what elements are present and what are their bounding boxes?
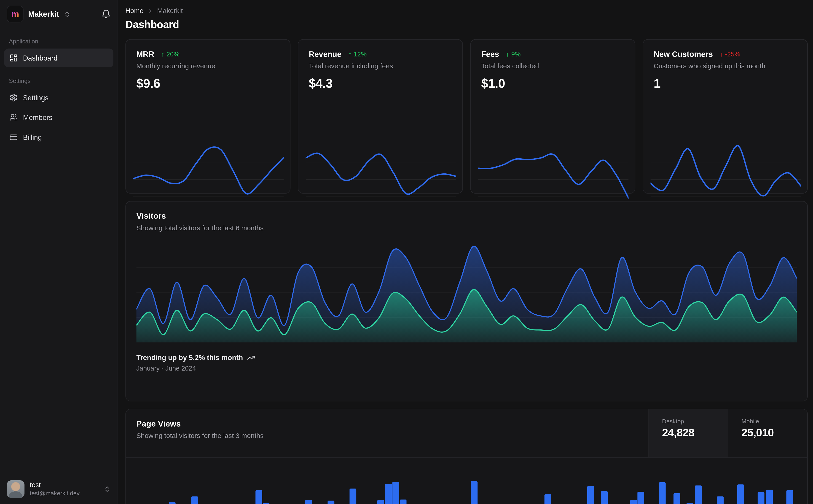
visitors-footer: Trending up by 5.2% this month January -… <box>136 354 797 372</box>
toggle-desktop[interactable]: Desktop 24,828 <box>648 409 728 457</box>
bar <box>630 500 637 504</box>
sidebar: m Makerkit Application Dashboard Setting… <box>0 0 118 504</box>
sidebar-nav-application: Dashboard <box>0 48 117 67</box>
sidebar-item-settings[interactable]: Settings <box>4 88 113 107</box>
toggle-label: Desktop <box>662 418 728 424</box>
stat-value: $4.3 <box>309 76 452 91</box>
chevron-right-icon <box>147 8 153 14</box>
stat-card-fees: Fees ↑9% Total fees collected $1.0 July … <box>470 39 635 194</box>
trend-badge: ↑12% <box>348 50 367 58</box>
toggle-value: 24,828 <box>662 427 728 439</box>
bar <box>305 500 312 504</box>
bar <box>191 496 198 504</box>
visitors-subtitle: Showing total visitors for the last 6 mo… <box>136 224 797 232</box>
stat-title: Revenue <box>309 50 341 58</box>
page-views-card: Page Views Showing total visitors for th… <box>125 409 808 504</box>
bar <box>471 481 477 504</box>
bar <box>392 482 399 504</box>
new-customers-sparkline-chart: July 24September 24December 24 <box>651 139 801 205</box>
users-icon <box>9 113 18 122</box>
trend-badge: ↓-25% <box>720 50 740 58</box>
fees-sparkline-chart: July 24September 24December 24 <box>478 139 629 205</box>
bar <box>400 499 407 504</box>
bar <box>757 492 764 504</box>
bar <box>717 496 724 504</box>
sidebar-section-settings: Settings <box>0 78 117 84</box>
bar <box>377 500 384 504</box>
sidebar-item-billing[interactable]: Billing <box>4 128 113 147</box>
stat-card-revenue: Revenue ↑12% Total revenue including fee… <box>298 39 463 194</box>
sidebar-item-label: Dashboard <box>23 54 58 62</box>
stat-card-new-customers: New Customers ↓-25% Customers who signed… <box>643 39 808 194</box>
stat-title: MRR <box>136 50 154 58</box>
user-menu[interactable]: test test@makerkit.dev <box>0 474 117 504</box>
bar <box>638 492 645 504</box>
bell-icon[interactable] <box>101 9 111 19</box>
stat-subtitle: Total revenue including fees <box>309 62 452 70</box>
page-views-header: Page Views Showing total visitors for th… <box>126 409 807 458</box>
breadcrumb-home-link[interactable]: Home <box>125 7 143 15</box>
bar <box>169 502 175 504</box>
bar <box>587 486 594 504</box>
stat-title: New Customers <box>654 50 713 58</box>
mrr-sparkline-chart: July 24September 24December 24 <box>133 139 284 205</box>
bar <box>263 503 270 504</box>
visitors-date-range: January - June 2024 <box>136 365 797 372</box>
stat-value: $9.6 <box>136 76 280 91</box>
sidebar-item-label: Billing <box>23 133 42 141</box>
stat-subtitle: Monthly recurring revenue <box>136 62 280 70</box>
trending-up-icon <box>247 354 255 362</box>
toggle-value: 25,010 <box>741 427 807 439</box>
visitors-area-chart <box>136 242 797 342</box>
main-content: Home Makerkit Dashboard MRR ↑20% Monthly… <box>118 0 813 504</box>
sidebar-nav-settings: Settings Members Billing <box>0 88 117 147</box>
bar <box>544 494 551 504</box>
bar <box>659 482 666 504</box>
toggle-label: Mobile <box>741 418 807 424</box>
breadcrumb: Home Makerkit <box>125 7 808 15</box>
sidebar-item-dashboard[interactable]: Dashboard <box>4 48 113 67</box>
toggle-mobile[interactable]: Mobile 25,010 <box>728 409 807 457</box>
trend-up-icon: ↑ <box>348 50 352 58</box>
stat-subtitle: Total fees collected <box>481 62 624 70</box>
bar <box>601 491 607 504</box>
page-views-subtitle: Showing total visitors for the last 3 mo… <box>136 432 638 439</box>
visitors-title: Visitors <box>136 211 797 221</box>
stat-title: Fees <box>481 50 499 58</box>
sidebar-item-members[interactable]: Members <box>4 108 113 127</box>
workspace-name: Makerkit <box>28 10 59 18</box>
bar <box>349 488 356 504</box>
visitors-card: Visitors Showing total visitors for the … <box>125 201 808 401</box>
bar <box>737 484 744 504</box>
workspace-switcher[interactable]: m Makerkit <box>0 0 117 28</box>
user-name: test <box>30 481 98 490</box>
credit-card-icon <box>9 133 18 142</box>
trend-up-icon: ↑ <box>161 50 164 58</box>
bar <box>328 501 335 504</box>
dashboard-icon <box>9 54 18 62</box>
bar <box>687 503 694 504</box>
avatar <box>7 480 25 498</box>
chevrons-up-down-icon <box>64 11 70 18</box>
stat-cards-row: MRR ↑20% Monthly recurring revenue $9.6 … <box>125 39 808 194</box>
stat-value: $1.0 <box>481 76 624 91</box>
chevrons-up-down-icon <box>103 485 111 493</box>
breadcrumb-current: Makerkit <box>157 7 183 15</box>
bar <box>674 493 681 504</box>
sidebar-section-application: Application <box>0 38 117 44</box>
trend-badge: ↑9% <box>506 50 521 58</box>
bar <box>385 484 392 504</box>
stat-subtitle: Customers who signed up this month <box>654 62 797 70</box>
sidebar-item-label: Members <box>23 114 53 121</box>
bar <box>766 490 773 504</box>
bar <box>695 485 702 504</box>
gear-icon <box>9 93 18 102</box>
makerkit-logo: m <box>7 6 24 22</box>
dashboard-page: m Makerkit Application Dashboard Setting… <box>0 0 813 504</box>
trend-up-icon: ↑ <box>506 50 509 58</box>
page-views-title: Page Views <box>136 419 638 429</box>
revenue-sparkline-chart: July 24September 24December 24 <box>306 139 456 205</box>
trend-badge: ↑20% <box>161 50 179 58</box>
sidebar-item-label: Settings <box>23 94 48 101</box>
stat-card-mrr: MRR ↑20% Monthly recurring revenue $9.6 … <box>125 39 291 194</box>
